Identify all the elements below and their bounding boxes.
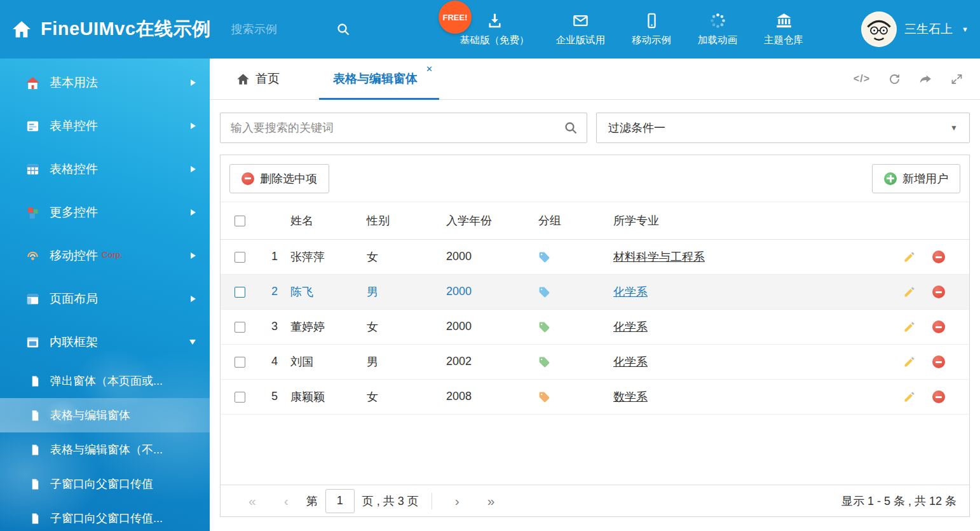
header-search-input[interactable]: [231, 23, 327, 36]
home-icon: [236, 72, 250, 86]
share-icon[interactable]: [919, 72, 932, 86]
major-link[interactable]: 化学系: [613, 355, 648, 368]
envelope-icon: [572, 12, 589, 29]
nav-mobile-demo[interactable]: 移动示例: [632, 12, 671, 47]
column-group: 分组: [538, 202, 613, 239]
user-menu[interactable]: 三生石上 ▼: [861, 0, 969, 59]
home-icon[interactable]: [11, 19, 32, 39]
filter-row: 过滤条件一 ▼: [220, 113, 970, 143]
table-row[interactable]: 5 康颖颖 女 2008 数学系: [221, 379, 969, 414]
row-checkbox[interactable]: [235, 322, 245, 333]
table-row[interactable]: 2 陈飞 男 2000 化学系: [221, 274, 969, 309]
delete-button[interactable]: [932, 251, 945, 263]
minus-circle-icon: [932, 321, 945, 333]
major-link[interactable]: 数学系: [613, 390, 648, 403]
filter-dropdown[interactable]: 过滤条件一 ▼: [596, 113, 970, 143]
major-link[interactable]: 化学系: [613, 321, 648, 333]
row-index: 4: [259, 344, 290, 379]
row-checkbox[interactable]: [235, 287, 245, 298]
form-icon: [25, 119, 40, 134]
prev-page-button[interactable]: ‹: [284, 493, 289, 509]
delete-button[interactable]: [932, 321, 945, 333]
major-link[interactable]: 化学系: [613, 286, 648, 298]
tag-icon: [538, 251, 550, 263]
user-name: 三生石上: [904, 21, 953, 38]
table-row[interactable]: 1 张萍萍 女 2000 材料科学与工程系: [221, 239, 969, 274]
cell-name: 康颖颖: [290, 379, 367, 414]
sidebar-item-page-layout[interactable]: 页面布局: [0, 277, 210, 321]
column-year: 入学年份: [446, 202, 538, 239]
search-icon[interactable]: [336, 22, 351, 37]
sidebar-subitem-child-to-parent[interactable]: 子窗口向父窗口传值: [0, 467, 210, 501]
table-row[interactable]: 4 刘国 男 2002 化学系: [221, 344, 969, 379]
keyword-search-input[interactable]: [220, 113, 587, 143]
sidebar-item-table-controls[interactable]: 表格控件: [0, 148, 210, 191]
tab-tools: </>: [854, 59, 980, 99]
cell-name: 张萍萍: [290, 239, 367, 274]
layout-icon: [25, 292, 40, 307]
last-page-button[interactable]: »: [487, 493, 495, 509]
delete-button[interactable]: [932, 355, 945, 368]
edit-button[interactable]: [903, 286, 916, 298]
column-gender: 性别: [367, 202, 446, 239]
sidebar-subitem-popup-window[interactable]: 弹出窗体（本页面或...: [0, 364, 210, 398]
delete-button[interactable]: [932, 286, 945, 298]
signal-icon: [25, 249, 40, 263]
major-link[interactable]: 材料科学与工程系: [613, 251, 705, 263]
page-number-input[interactable]: [325, 489, 355, 513]
edit-button[interactable]: [903, 321, 916, 333]
cell-name: 刘国: [290, 344, 367, 379]
data-grid: 姓名 性别 入学年份 分组 所学专业: [221, 202, 969, 485]
sidebar-item-mobile-controls[interactable]: 移动控件 Corp.: [0, 234, 210, 277]
row-index: 5: [259, 379, 290, 414]
sidebar-subitem-grid-edit-window-2[interactable]: 表格与编辑窗体（不...: [0, 432, 210, 467]
row-checkbox[interactable]: [235, 392, 245, 403]
nav-enterprise-trial[interactable]: 企业版试用: [556, 12, 606, 47]
nav-theme-repo[interactable]: 主题仓库: [764, 12, 803, 47]
home-icon: [25, 76, 40, 90]
tab-home[interactable]: 首页: [222, 59, 294, 99]
cell-gender: 男: [367, 274, 446, 309]
delete-selected-button[interactable]: 删除选中项: [229, 164, 329, 193]
expand-icon[interactable]: [950, 72, 963, 86]
table-header-row: 姓名 性别 入学年份 分组 所学专业: [221, 202, 969, 239]
sidebar-item-basic-usage[interactable]: 基本用法: [0, 61, 210, 104]
cubes-icon: [25, 205, 40, 220]
sidebar-item-iframe[interactable]: 内联框架: [0, 321, 210, 364]
sidebar-item-form-controls[interactable]: 表单控件: [0, 104, 210, 148]
cell-year: 2002: [446, 344, 538, 379]
sidebar-subitem-child-to-parent-2[interactable]: 子窗口向父窗口传值...: [0, 501, 210, 531]
cell-name: 董婷婷: [290, 309, 367, 344]
search-icon[interactable]: [563, 120, 578, 135]
tab-bar: 首页 表格与编辑窗体 ✕ </>: [210, 59, 980, 100]
column-index: [259, 202, 290, 239]
nav-label: 企业版试用: [556, 34, 606, 47]
tab-grid-edit-window[interactable]: 表格与编辑窗体 ✕: [319, 59, 439, 99]
select-all-checkbox[interactable]: [235, 216, 245, 226]
add-user-button[interactable]: 新增用户: [872, 164, 960, 193]
row-checkbox[interactable]: [235, 357, 245, 368]
edit-button[interactable]: [903, 251, 916, 263]
filter-dropdown-value: 过滤条件一: [608, 120, 665, 135]
delete-button[interactable]: [932, 390, 945, 403]
brand: FineUIMvc在线示例: [0, 17, 211, 42]
edit-button[interactable]: [903, 355, 916, 368]
nav-loading-animation[interactable]: 加载动画: [698, 12, 737, 47]
edit-button[interactable]: [903, 390, 916, 403]
table-row[interactable]: 3 董婷婷 女 2000 化学系: [221, 309, 969, 344]
sidebar-item-more-controls[interactable]: 更多控件: [0, 191, 210, 234]
cell-gender: 女: [367, 309, 446, 344]
tag-icon: [538, 391, 550, 403]
cell-year: 2000: [446, 309, 538, 344]
download-icon: [486, 12, 503, 29]
sidebar-submenu: 弹出窗体（本页面或... 表格与编辑窗体 表格与编辑窗体（不... 子窗口向父窗…: [0, 364, 210, 531]
row-checkbox[interactable]: [235, 252, 245, 263]
sidebar-subitem-grid-edit-window[interactable]: 表格与编辑窗体: [0, 398, 210, 432]
code-icon[interactable]: </>: [854, 73, 870, 85]
first-page-button[interactable]: «: [248, 493, 256, 509]
file-icon: [29, 410, 41, 422]
close-icon[interactable]: ✕: [426, 64, 433, 74]
refresh-icon[interactable]: [888, 72, 901, 86]
main-area: 首页 表格与编辑窗体 ✕ </>: [210, 59, 980, 531]
next-page-button[interactable]: ›: [455, 493, 459, 509]
